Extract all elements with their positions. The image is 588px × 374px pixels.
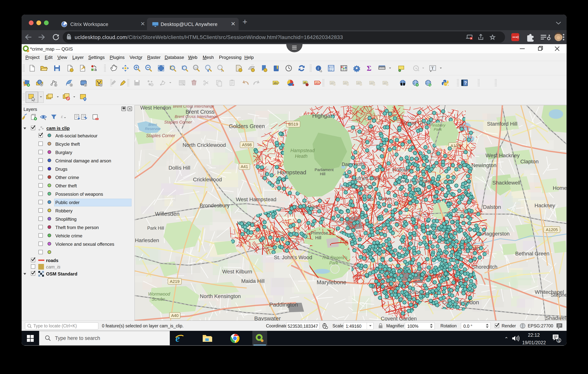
- svg-text:West Hackney: West Hackney: [485, 152, 520, 158]
- svg-text:Clapton: Clapton: [520, 159, 539, 164]
- svg-text:Parliament: Parliament: [315, 168, 334, 172]
- svg-text:Brondesbury: Brondesbury: [200, 203, 230, 208]
- svg-text:Stamford Hill: Stamford Hill: [487, 121, 517, 127]
- svg-text:North Kensington: North Kensington: [200, 293, 241, 299]
- svg-text:1: 1: [558, 339, 560, 342]
- svg-text:B519: B519: [288, 122, 298, 127]
- svg-text:Hill: Hill: [315, 235, 321, 240]
- svg-text:Park: Park: [434, 127, 442, 131]
- svg-text:West Hampstead: West Hampstead: [236, 196, 276, 202]
- svg-text:Stepney: Stepney: [551, 292, 567, 298]
- svg-text:Dalston: Dalston: [483, 204, 501, 210]
- svg-text:Shacklewell: Shacklewell: [492, 180, 520, 186]
- svg-text:West Hendon: West Hendon: [140, 105, 171, 111]
- svg-text:Golders Green: Golders Green: [229, 123, 265, 129]
- svg-text:A41: A41: [241, 164, 248, 169]
- svg-text:Paddington: Paddington: [269, 301, 298, 308]
- svg-text:Hampstead: Hampstead: [290, 148, 315, 153]
- svg-text:Brent Cross Interchange: Brent Cross Interchange: [175, 114, 218, 119]
- svg-text:Staples Corner: Staples Corner: [146, 133, 175, 138]
- svg-text:Shoreditch: Shoreditch: [472, 264, 497, 270]
- svg-text:Park: Park: [329, 260, 338, 266]
- svg-text:T: T: [431, 65, 434, 71]
- svg-text:North Cricklewood: North Cricklewood: [183, 142, 226, 148]
- svg-text:Staples Corner: Staples Corner: [164, 120, 192, 125]
- svg-text:Park Hill: Park Hill: [147, 225, 164, 231]
- svg-text:1:1: 1:1: [194, 66, 198, 69]
- svg-text:Scrubs: Scrubs: [152, 297, 165, 302]
- svg-text:A40: A40: [171, 313, 178, 318]
- svg-text:Dartmouth: Dartmouth: [342, 162, 364, 167]
- svg-text:A1205: A1205: [546, 227, 558, 232]
- svg-text:Willesden: Willesden: [155, 211, 179, 217]
- svg-text:Wormwood: Wormwood: [148, 292, 170, 297]
- svg-text:Bayswater: Bayswater: [254, 315, 281, 321]
- svg-text:Dollis Hill: Dollis Hill: [168, 165, 190, 171]
- svg-text:a: a: [94, 67, 97, 72]
- svg-text:Finsbury: Finsbury: [430, 123, 446, 127]
- svg-text:Harlesden: Harlesden: [135, 237, 159, 243]
- svg-text:Homer: Homer: [553, 185, 567, 191]
- svg-text:A219: A219: [170, 279, 179, 284]
- svg-text:Σ: Σ: [367, 64, 371, 72]
- svg-text:ε: ε: [61, 114, 63, 119]
- svg-text:Shadwell: Shadwell: [546, 315, 567, 321]
- svg-text:e: e: [175, 333, 180, 344]
- svg-text:abc: abc: [273, 81, 278, 85]
- svg-text:Reservoir: Reservoir: [145, 127, 160, 131]
- svg-text:St. John's Wood: St. John's Wood: [274, 255, 312, 260]
- svg-text:West Kilburn: West Kilburn: [222, 269, 252, 275]
- svg-text:abc: abc: [315, 81, 320, 85]
- svg-text:Heath: Heath: [295, 153, 308, 159]
- svg-text:A598: A598: [242, 142, 252, 147]
- svg-text:Bethnal Green: Bethnal Green: [515, 251, 550, 256]
- svg-text:Brent Cross: Brent Cross: [185, 109, 214, 115]
- svg-text:Marylebone: Marylebone: [317, 279, 346, 285]
- svg-text:?: ?: [464, 80, 467, 85]
- svg-text:Cricklewood: Cricklewood: [193, 177, 222, 182]
- svg-text:i: i: [318, 66, 319, 70]
- svg-text:Covent Garden: Covent Garden: [381, 316, 417, 321]
- svg-text:Brent Cross Interchange: Brent Cross Interchange: [173, 105, 214, 108]
- svg-text:Hill: Hill: [320, 172, 325, 176]
- svg-text:Haggerston: Haggerston: [482, 231, 510, 237]
- svg-text:Brent: Brent: [148, 123, 157, 127]
- svg-text:Maida Hill: Maida Hill: [241, 278, 265, 284]
- svg-text:Hackney: Hackney: [535, 203, 555, 208]
